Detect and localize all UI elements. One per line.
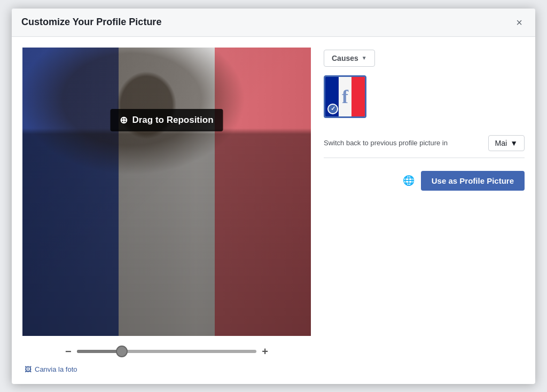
mai-arrow-icon: ▼	[510, 139, 518, 147]
depth-overlay	[22, 48, 311, 336]
thumbnail-grid: f	[324, 75, 525, 118]
mai-label: Mai	[495, 139, 507, 147]
image-editor-panel: ⊕ Drag to Reposition − + 🖼 Canvia la fot…	[22, 48, 311, 373]
modal-title: Customize Your Profile Picture	[21, 17, 161, 28]
causes-label: Causes	[332, 54, 358, 62]
use-as-profile-picture-button[interactable]: Use as Profile Picture	[421, 171, 525, 191]
upload-link-row: 🖼 Canvia la foto	[22, 365, 311, 373]
upload-photo-icon: 🖼	[25, 365, 32, 373]
modal-body: ⊕ Drag to Reposition − + 🖼 Canvia la fot…	[12, 37, 535, 384]
photo-canvas[interactable]: ⊕ Drag to Reposition	[22, 48, 311, 336]
switch-back-dropdown[interactable]: Mai ▼	[488, 135, 525, 151]
footer-row: 🌐 Use as Profile Picture	[324, 167, 525, 191]
causes-arrow-icon: ▼	[362, 55, 367, 61]
drag-icon: ⊕	[120, 114, 128, 126]
thumb-red	[351, 77, 365, 116]
zoom-slider-fill	[77, 350, 122, 353]
modal-header: Customize Your Profile Picture ×	[12, 9, 535, 37]
upload-photo-label: Canvia la foto	[35, 365, 77, 373]
zoom-in-button[interactable]: +	[262, 346, 268, 358]
selected-checkmark	[327, 104, 338, 114]
fb-logo: f	[342, 85, 348, 108]
causes-dropdown-button[interactable]: Causes ▼	[324, 50, 375, 67]
zoom-slider-row: − +	[65, 346, 268, 358]
zoom-slider-thumb[interactable]	[116, 346, 128, 357]
globe-icon: 🌐	[403, 175, 415, 186]
french-flag-thumbnail[interactable]: f	[324, 75, 366, 118]
upload-photo-link[interactable]: 🖼 Canvia la foto	[25, 365, 311, 373]
drag-tooltip-text: Drag to Reposition	[132, 115, 213, 126]
drag-tooltip: ⊕ Drag to Reposition	[110, 109, 223, 131]
zoom-out-button[interactable]: −	[65, 346, 72, 358]
right-panel: Causes ▼ f Swit	[324, 48, 525, 191]
close-button[interactable]: ×	[513, 16, 526, 29]
switch-back-row: Switch back to previous profile picture …	[324, 135, 525, 158]
thumb-white: f	[339, 77, 352, 116]
zoom-slider-track[interactable]	[77, 350, 257, 353]
customize-profile-modal: Customize Your Profile Picture ×	[12, 9, 535, 384]
switch-back-label: Switch back to previous profile picture …	[324, 139, 482, 147]
